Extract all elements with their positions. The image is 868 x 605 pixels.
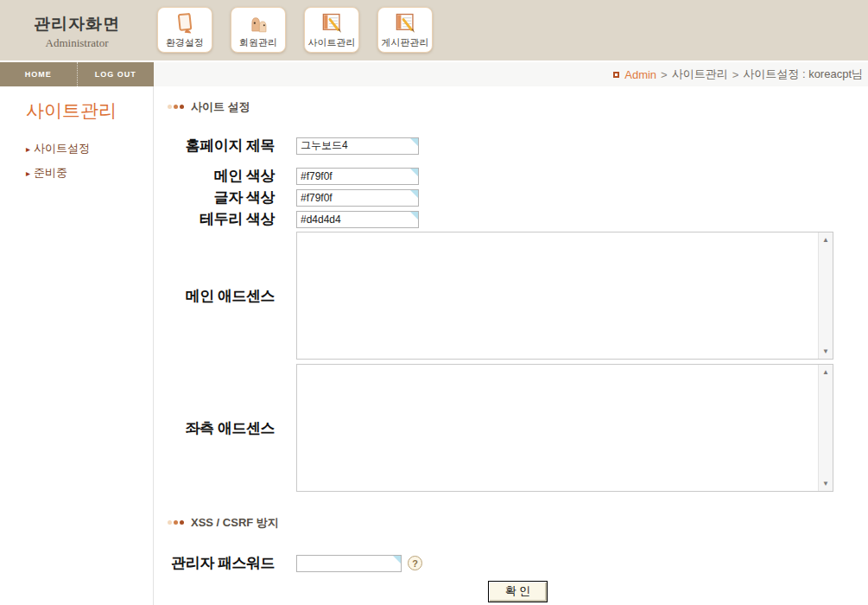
nav-members-button[interactable]: 회원관리 [231,7,286,53]
breadcrumb-item: 사이트관리 [672,67,728,82]
input-corner-icon [296,189,419,207]
confirm-button[interactable]: 확 인 [488,581,548,602]
subbar: HOME LOG OUT Admin > 사이트관리 > 사이트설정 : kor… [0,62,868,86]
main-adsense-textarea[interactable] [297,232,818,359]
breadcrumb-item: 사이트설정 : koreacpt님 [743,67,863,82]
scroll-up-icon[interactable]: ▲ [822,236,829,244]
textarea-scrollbar[interactable]: ▲ ▼ [818,365,833,491]
sidebar-title: 사이트관리 [26,99,153,123]
input-corner-icon [296,555,402,572]
section-dots-icon [168,520,172,525]
textarea-scrollbar[interactable]: ▲ ▼ [818,232,833,359]
breadcrumb-admin-link[interactable]: Admin [624,68,656,81]
breadcrumb: Admin > 사이트관리 > 사이트설정 : koreacpt님 [154,62,868,86]
members-icon [247,12,270,35]
nav-label: 회원관리 [239,36,277,49]
admin-password-input[interactable] [296,555,402,572]
field-label: 홈페이지 제목 [168,136,275,156]
field-label: 테두리 색상 [168,209,275,229]
nav-label: 사이트관리 [308,36,356,49]
section-title: XSS / CSRF 방지 [191,515,279,531]
header: 관리자화면 Administrator 환경설정 [0,0,868,60]
left-adsense-textarea-box: ▲ ▼ [296,364,833,492]
input-corner-icon [296,168,419,185]
submit-row: 확 인 [168,581,868,602]
sidebar-item-site-settings[interactable]: ▸사이트설정 [26,141,153,156]
top-nav: 환경설정 회원관리 [157,0,433,60]
home-button[interactable]: HOME [0,62,78,86]
sidebar: 사이트관리 ▸사이트설정 ▸준비중 [0,86,154,605]
section-xss-csrf: XSS / CSRF 방지 [168,517,868,528]
board-notebook-icon [394,12,417,35]
section-dots-icon [180,105,184,109]
scroll-up-icon[interactable]: ▲ [822,368,829,376]
help-icon[interactable]: ? [408,556,422,570]
section-site-settings: 사이트 설정 [168,101,868,112]
section-dots-icon [174,520,178,525]
sidebar-item-label: 사이트설정 [34,142,90,155]
nav-board-button[interactable]: 게시판관리 [377,7,433,53]
field-row-left-adsense: 좌측 애드센스 ▲ ▼ [168,364,868,492]
settings-monitor-icon [174,12,197,35]
main-color-input[interactable] [296,168,419,185]
field-label: 좌측 애드센스 [168,418,275,438]
section-dots-icon [174,105,178,109]
field-row-text-color: 글자 색상 [168,188,868,207]
breadcrumb-separator: > [661,68,668,81]
input-corner-icon [296,137,419,155]
scroll-down-icon[interactable]: ▼ [822,480,829,487]
home-logout-bar: HOME LOG OUT [0,62,154,86]
field-label: 글자 색상 [168,188,275,207]
field-row-main-color: 메인 색상 [168,166,868,186]
field-label: 메인 색상 [168,166,275,186]
section-title: 사이트 설정 [191,99,250,115]
page-title: 관리자화면 [0,13,154,35]
site-notebook-icon [320,12,344,35]
nav-site-button[interactable]: 사이트관리 [304,7,359,53]
field-label: 관리자 패스워드 [168,553,275,573]
section-dots-icon [168,105,172,109]
field-label: 메인 애드센스 [168,286,275,306]
nav-label: 게시판관리 [382,36,429,49]
field-row-admin-password: 관리자 패스워드 ? [168,553,868,573]
field-row-border-color: 테두리 색상 [168,209,868,229]
section-dots-icon [180,520,184,525]
admin-page: 관리자화면 Administrator 환경설정 [0,0,868,605]
page-subtitle: Administrator [0,36,154,50]
homepage-title-input[interactable] [296,137,419,155]
main-content: 사이트 설정 홈페이지 제목 메인 색상 글자 색상 테두리 색상 메인 애드센… [154,86,868,605]
brand: 관리자화면 Administrator [0,0,154,60]
field-row-main-adsense: 메인 애드센스 ▲ ▼ [168,232,868,360]
nav-label: 환경설정 [166,36,204,49]
sidebar-item-preparing[interactable]: ▸준비중 [26,165,153,181]
nav-settings-button[interactable]: 환경설정 [157,7,212,53]
input-corner-icon [296,211,419,228]
scroll-down-icon[interactable]: ▼ [822,347,829,355]
breadcrumb-bullet-icon [613,72,619,78]
field-row-homepage-title: 홈페이지 제목 [168,136,868,156]
main-adsense-textarea-box: ▲ ▼ [296,232,833,360]
breadcrumb-separator: > [732,68,739,81]
menu-arrow-icon: ▸ [26,169,30,178]
text-color-input[interactable] [296,189,419,207]
logout-button[interactable]: LOG OUT [78,62,155,86]
left-adsense-textarea[interactable] [297,365,818,491]
menu-arrow-icon: ▸ [26,144,30,154]
border-color-input[interactable] [296,211,419,228]
sidebar-menu: ▸사이트설정 ▸준비중 [26,141,153,181]
sidebar-item-label: 준비중 [34,166,67,179]
